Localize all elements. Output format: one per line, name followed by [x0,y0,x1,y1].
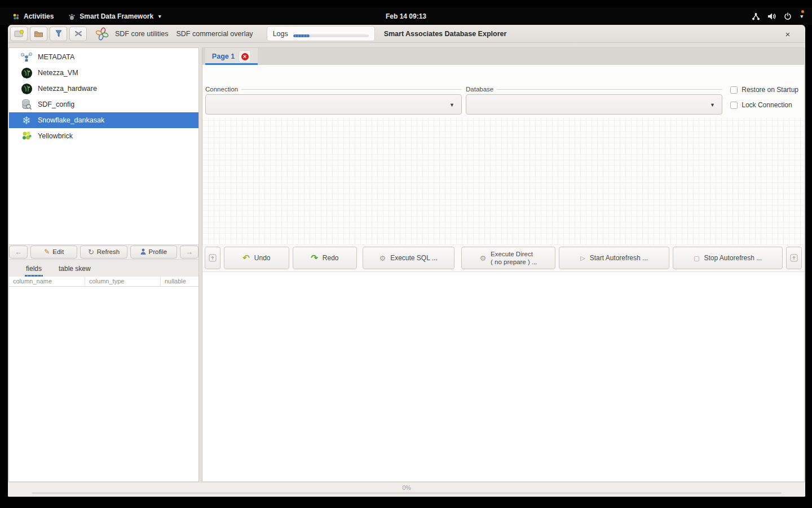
database-search-icon [20,98,33,111]
undo-icon: ↶ [242,253,250,263]
sdf-logo-icon [95,27,109,41]
fields-table-body [9,287,198,482]
arrow-left-icon: ← [15,248,22,256]
tab-table-skew[interactable]: table skew [58,262,92,277]
redo-label: Redo [323,254,339,262]
restore-on-startup-checkbox[interactable]: Restore on Startup [730,86,798,94]
edit-button-label: Edit [52,248,64,255]
status-bar: 0% [8,483,805,497]
engine-icon: ⚙ [379,254,386,262]
redo-button[interactable]: ↷ Redo [293,247,357,269]
connections-sidebar: METADATA Netezza_VM [8,47,199,482]
connection-legend-label: Connection [205,86,238,93]
aux-left-button[interactable] [205,247,220,269]
column-header-nullable[interactable]: nullable [161,277,198,286]
execution-toolbar: ↶ Undo ↷ Redo ⚙ Execute SQL ... ⚙ Execut… [202,245,804,271]
gnome-top-bar: Activities Smart Data Framework ▾ Feb 14… [0,8,812,25]
image-icon [14,30,24,38]
menu-sdf-commercial-overlay[interactable]: SDF commercial overlay [176,30,261,38]
connection-combobox[interactable]: ▼ [205,94,462,115]
screenshot-button[interactable] [10,27,28,41]
stop-autorefresh-button[interactable]: ▢ Stop Autorefresh ... [673,247,783,269]
start-autorefresh-button[interactable]: ▷ Start Autorefresh ... [559,247,669,269]
connection-legend: Connection [205,86,462,93]
page-body: Connection ▼ Database ▼ Restore o [202,65,804,481]
export-arrow-icon [790,254,798,262]
column-header-name[interactable]: column_name [9,277,85,286]
profile-button-label: Profile [149,248,167,255]
undo-label: Undo [254,254,271,262]
fields-table-header: column_name column_type nullable [9,277,198,287]
menu-sdf-core-utilities[interactable]: SDF core utilities [115,30,176,38]
database-combobox[interactable]: ▼ [466,94,722,115]
combo-arrow-icon: ▼ [449,102,454,108]
folder-icon [34,30,43,38]
headerbar: SDF core utilities SDF commercial overla… [8,25,805,43]
tab-table-skew-label: table skew [59,265,91,273]
funnel-icon [55,29,63,38]
page-tabstrip: Page 1 ✕ [202,48,804,65]
tree-item-label: Netezza_hardware [38,85,97,93]
tree-item-yellowbrick[interactable]: Yellowbrick [9,128,198,144]
tree-item-sdf-config[interactable]: SDF_config [9,97,198,112]
tools-button[interactable] [69,27,87,41]
system-tray[interactable]: ▾ [752,8,803,25]
tree-item-metadata[interactable]: METADATA [9,49,198,65]
nav-back-button[interactable]: ← [9,246,28,259]
metadata-graph-icon [20,51,33,63]
close-icon: × [785,29,791,39]
undo-button[interactable]: ↶ Undo [224,247,290,269]
tree-item-snowflake-selected[interactable]: ❄ Snowflake_dankasak [9,112,198,128]
main-panel: Page 1 ✕ Connection ▼ Database [202,47,805,482]
refresh-button-label: Refresh [97,248,120,255]
open-folder-button[interactable] [30,27,47,41]
lock-connection-label: Lock Connection [742,101,792,109]
tree-item-label: SDF_config [38,100,74,108]
network-icon [752,12,760,21]
status-progress-text: 0% [8,484,805,491]
execute-sql-button[interactable]: ⚙ Execute SQL ... [363,247,454,269]
execute-direct-label-line1: Execute Direct [491,250,533,258]
export-arrow-icon [209,254,217,262]
logs-button[interactable]: Logs [267,26,375,41]
checkbox-icon [730,102,738,109]
start-autorefresh-label: Start Autorefresh ... [590,254,648,262]
logs-label: Logs [273,30,288,38]
nav-forward-button[interactable]: → [180,246,198,259]
pencil-icon: ✎ [44,248,50,256]
sidebar-tabs: fields table skew [9,260,198,277]
close-circle-icon: ✕ [241,53,249,60]
combo-arrow-icon: ▼ [710,102,715,108]
edit-button[interactable]: ✎ Edit [30,246,77,259]
logs-progress-fill [293,34,310,37]
lock-connection-checkbox[interactable]: Lock Connection [730,101,798,109]
crossed-tools-icon [74,29,83,38]
engine-icon: ⚙ [479,254,486,262]
aux-right-button[interactable] [786,247,802,269]
clock[interactable]: Feb 14 09:13 [0,12,812,20]
power-icon [784,12,792,20]
tree-item-label: Yellowbrick [38,132,73,140]
stop-autorefresh-label: Stop Autorefresh ... [704,254,762,262]
column-header-type[interactable]: column_type [85,277,161,286]
refresh-button[interactable]: ↻ Refresh [80,246,127,259]
profile-button[interactable]: Profile [130,246,177,259]
window-close-button[interactable]: × [783,29,793,39]
query-grid-canvas[interactable] [202,118,804,245]
connection-options: Restore on Startup Lock Connection [730,86,798,109]
play-icon: ▷ [580,255,585,262]
database-legend-label: Database [466,86,493,93]
tab-close-button[interactable]: ✕ [239,50,251,63]
snowflake-icon: ❄ [20,114,33,126]
tab-page-1[interactable]: Page 1 ✕ [205,48,258,65]
tree-item-netezza-hardware[interactable]: Netezza_hardware [9,81,198,97]
tree-item-netezza-vm[interactable]: Netezza_VM [9,65,198,81]
execute-direct-button[interactable]: ⚙ Execute Direct ( no prepare ) ... [461,247,556,269]
refresh-icon: ↻ [88,248,94,256]
filter-button[interactable] [50,27,67,41]
restore-on-startup-label: Restore on Startup [742,86,798,94]
chevron-down-icon: ▾ [800,14,803,19]
sidebar-action-bar: ← ✎ Edit ↻ Refresh Profile → [9,244,198,260]
results-area[interactable] [202,271,804,481]
tab-fields[interactable]: fields [25,262,43,277]
